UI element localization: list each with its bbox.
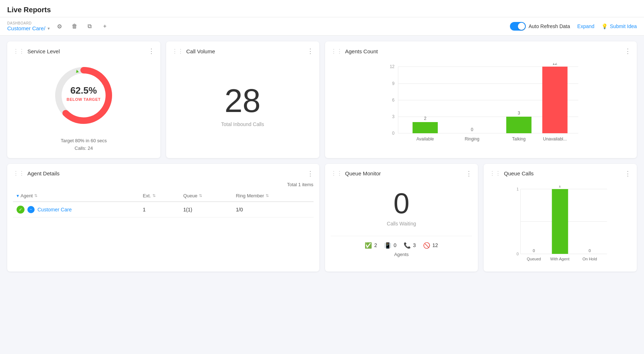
page-title: Live Reports: [7, 6, 51, 14]
agent-details-card: ⋮⋮ Agent Details ⋮ Total 1 items ▾ Agent…: [7, 164, 319, 272]
expand-button[interactable]: Expand: [577, 23, 594, 29]
agent-col-label: Agent: [21, 193, 33, 198]
drag-handle-icon: ⋮⋮: [172, 48, 183, 55]
queue-monitor-card: ⋮⋮ Queue Monitor ⋮ 0 Calls Waiting ✅ 2 📳…: [325, 164, 478, 272]
service-level-menu-icon[interactable]: ⋮: [148, 47, 155, 55]
queue-calls-card-header: ⋮⋮ Queue Calls ⋮: [489, 170, 631, 178]
service-level-info: Target 80% in 60 secs Calls: 24: [13, 137, 155, 152]
ring-member-col-header: Ring Member ⇅: [232, 190, 314, 202]
svg-text:9: 9: [392, 81, 395, 86]
call-volume-body: 28 Total Inbound Calls: [172, 59, 314, 152]
queue-stats: ✅ 2 📳 0 📞 3 🚫 12: [331, 236, 472, 252]
svg-text:2: 2: [424, 116, 426, 121]
agent-expand-toggle[interactable]: ▾: [17, 193, 19, 198]
dashboard-select-value: Customer Care/: [7, 25, 45, 31]
stat-unavailable: 🚫 12: [423, 242, 438, 249]
service-level-card-header: ⋮⋮ Service Level ⋮: [13, 47, 155, 55]
agents-count-title: Agents Count: [345, 48, 622, 54]
agent-name-cell: ✓ − Customer Care: [13, 202, 139, 218]
dashboard-select-wrap: DASHBOARD Customer Care/ ▾: [7, 21, 50, 31]
call-volume-card: ⋮⋮ Call Volume ⋮ 28 Total Inbound Calls: [166, 41, 319, 158]
chevron-down-icon: ▾: [48, 26, 50, 31]
queue-monitor-title: Queue Monitor: [345, 170, 463, 176]
agents-count-chart: 0 3 6 9 12 2 Available 0 Ringing 3 Talki…: [334, 63, 628, 149]
call-volume-menu-icon[interactable]: ⋮: [307, 47, 314, 55]
agent-table: ▾ Agent ⇅ Ext. ⇅ Queue: [13, 190, 314, 218]
unavailable-icon: 🚫: [423, 242, 430, 249]
settings-icon[interactable]: ⚙: [54, 21, 65, 32]
agent-queue: 1(1): [180, 202, 232, 218]
toggle-switch[interactable]: [510, 22, 526, 31]
svg-text:On Hold: On Hold: [582, 257, 597, 261]
queue-col-label: Queue: [183, 193, 197, 198]
queue-monitor-body: 0 Calls Waiting: [331, 182, 472, 230]
agent-details-menu-icon[interactable]: ⋮: [307, 170, 314, 178]
main-content: ⋮⋮ Service Level ⋮ 62.5% BELOW TARGET Ta…: [0, 36, 644, 277]
dashboard-select[interactable]: Customer Care/ ▾: [7, 25, 50, 31]
ringing-icon: 📳: [384, 242, 391, 249]
svg-rect-25: [542, 67, 567, 133]
total-items-label: Total 1 items: [13, 182, 314, 187]
queue-col-header: Queue ⇅: [180, 190, 232, 202]
svg-text:3: 3: [518, 111, 520, 116]
sort-icon[interactable]: ⇅: [199, 193, 202, 198]
queue-agents-label: Agents: [331, 252, 472, 260]
call-volume-title: Call Volume: [186, 48, 304, 54]
page-header: Live Reports: [0, 0, 644, 17]
svg-text:0: 0: [533, 248, 535, 253]
toolbar-left: DASHBOARD Customer Care/ ▾ ⚙ 🗑 ⧉ +: [7, 21, 110, 32]
call-volume-label: Total Inbound Calls: [221, 121, 264, 127]
svg-text:1: 1: [517, 187, 519, 191]
agent-expand-icon[interactable]: −: [27, 206, 35, 213]
calls-waiting-number: 0: [394, 189, 410, 218]
stat-ringing-value: 0: [394, 242, 396, 248]
stat-available-value: 2: [374, 242, 377, 248]
drag-handle-icon: ⋮⋮: [13, 170, 25, 177]
stat-unavailable-value: 12: [432, 242, 438, 248]
queue-calls-chart: 0 1 0 Queued 1 With Agent 0 On Hold: [489, 185, 631, 265]
sort-icon[interactable]: ⇅: [266, 193, 269, 198]
sort-icon[interactable]: ⇅: [152, 193, 156, 198]
agent-status-available-icon: ✓: [17, 206, 25, 214]
svg-text:12: 12: [552, 63, 558, 66]
service-level-title: Service Level: [27, 48, 145, 54]
queue-monitor-menu-icon[interactable]: ⋮: [466, 170, 472, 178]
agents-count-chart-container: 0 3 6 9 12 2 Available 0 Ringing 3 Talki…: [331, 59, 631, 151]
agents-count-card-header: ⋮⋮ Agents Count ⋮: [331, 47, 631, 55]
call-volume-card-header: ⋮⋮ Call Volume ⋮: [172, 47, 314, 55]
svg-text:Unavailabl...: Unavailabl...: [543, 136, 567, 142]
calls-waiting-label: Calls Waiting: [387, 221, 416, 227]
svg-rect-16: [412, 122, 438, 133]
svg-text:Queued: Queued: [527, 257, 541, 261]
queue-calls-card: ⋮⋮ Queue Calls ⋮ 0 1 0 Queued 1: [484, 164, 637, 272]
svg-text:Talking: Talking: [512, 136, 525, 142]
svg-text:Available: Available: [416, 136, 434, 142]
stat-talking-value: 3: [413, 242, 416, 248]
queue-monitor-card-header: ⋮⋮ Queue Monitor ⋮: [331, 170, 472, 178]
svg-text:With Agent: With Agent: [550, 257, 569, 261]
agent-col-header: ▾ Agent ⇅: [13, 190, 139, 202]
toggle-knob: [518, 23, 525, 30]
sort-icon[interactable]: ⇅: [34, 193, 37, 198]
svg-text:Ringing: Ringing: [465, 136, 479, 142]
queue-calls-menu-icon[interactable]: ⋮: [625, 170, 631, 178]
drag-handle-icon: ⋮⋮: [331, 170, 342, 177]
copy-icon[interactable]: ⧉: [84, 21, 95, 32]
talking-icon: 📞: [404, 242, 411, 249]
stat-ringing: 📳 0: [384, 242, 396, 249]
available-icon: ✅: [365, 242, 372, 249]
agents-count-menu-icon[interactable]: ⋮: [625, 47, 631, 55]
toolbar: DASHBOARD Customer Care/ ▾ ⚙ 🗑 ⧉ + Auto …: [0, 17, 644, 36]
stat-talking: 📞 3: [404, 242, 416, 249]
drag-handle-icon: ⋮⋮: [331, 48, 342, 55]
ext-col-header: Ext. ⇅: [139, 190, 179, 202]
auto-refresh-toggle[interactable]: Auto Refresh Data: [510, 22, 570, 31]
agent-details-title: Agent Details: [27, 170, 304, 176]
svg-text:0: 0: [471, 127, 473, 132]
delete-icon[interactable]: 🗑: [69, 21, 80, 32]
svg-text:6: 6: [392, 98, 395, 103]
add-icon[interactable]: +: [99, 21, 110, 32]
queue-calls-title: Queue Calls: [504, 170, 622, 176]
submit-idea-button[interactable]: 💡 Submit Idea: [601, 23, 637, 29]
agent-ring-member: 1/0: [232, 202, 314, 218]
